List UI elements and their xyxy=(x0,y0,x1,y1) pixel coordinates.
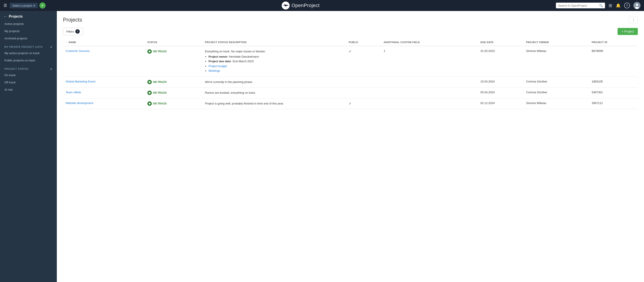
sidebar-section-project-status: PROJECT STATUS ∧ xyxy=(0,64,57,71)
custom-field-cell xyxy=(381,76,478,87)
list-item: Project budget xyxy=(208,64,344,68)
col-name[interactable]: ↕ NAME xyxy=(63,39,145,46)
public-cell: ✓ xyxy=(346,98,381,109)
sidebar: ← Projects Active projects My projects A… xyxy=(0,11,57,282)
checkmark-icon: ✓ xyxy=(349,49,352,53)
col-public: PUBLIC xyxy=(346,39,381,46)
sidebar-section-private-lists: MY PRIVATE PROJECT LISTS ∧ xyxy=(0,42,57,49)
sidebar-item-on-track[interactable]: On track xyxy=(0,71,57,79)
col-custom-field: ADDITIONAL CUSTOM FIELD xyxy=(381,39,478,46)
avatar-image xyxy=(634,2,640,9)
col-status: STATUS xyxy=(145,39,202,46)
description-cell: Project is going well, probably finished… xyxy=(202,98,346,109)
private-lists-label: MY PRIVATE PROJECT LISTS xyxy=(4,45,43,48)
col-project-id: PROJECT ID xyxy=(589,39,638,46)
chevron-down-icon: ▾ xyxy=(34,4,35,7)
project-link-team-offsite[interactable]: Team offsite xyxy=(66,91,81,94)
filter-count-badge: 3 xyxy=(75,29,80,34)
public-cell xyxy=(346,76,381,87)
checkmark-icon: ✓ xyxy=(349,102,352,105)
due-date-cell: 31.03.2023 xyxy=(478,46,524,76)
search-input[interactable] xyxy=(558,4,598,7)
nav-icons: ⊞ 🔔 ? xyxy=(608,2,640,9)
top-navigation: ☰ Select a project ▾ + OpenProject 🔍 ⊞ 🔔… xyxy=(0,0,644,11)
project-selector-label: Select a project xyxy=(12,4,32,7)
search-box[interactable]: 🔍 xyxy=(556,3,605,8)
status-circle xyxy=(147,49,152,54)
list-item: Project due date: 31st March 2023 xyxy=(208,59,344,64)
sidebar-item-my-active-on-track[interactable]: My active projects on track xyxy=(0,49,57,57)
owner-cell: Simone Wibeau xyxy=(524,98,589,109)
toolbar: Filters 3 + Project xyxy=(63,28,638,35)
status-badge-customer-success: ON TRACK xyxy=(147,49,167,54)
col-description: PROJECT STATUS DESCRIPTION xyxy=(202,39,346,46)
due-date-cell: 02.12.2024 xyxy=(478,98,524,109)
back-arrow-icon[interactable]: ← xyxy=(4,14,7,18)
collapse-icon-2[interactable]: ∧ xyxy=(50,67,52,71)
custom-field-cell: 1 xyxy=(381,46,478,76)
col-owner: PROJECT OWNER xyxy=(524,39,589,46)
status-circle xyxy=(147,91,152,95)
status-badge-global-marketing: ON TRACK xyxy=(147,80,167,84)
sidebar-item-at-risk[interactable]: At risk xyxy=(0,86,57,93)
owner-cell: Simone Wibeau xyxy=(524,46,589,76)
project-link-website-dev[interactable]: Website development xyxy=(66,101,93,105)
list-item: Project owner: Henriette Danckelmann xyxy=(208,54,344,59)
svg-point-1 xyxy=(285,4,286,6)
search-icon: 🔍 xyxy=(599,4,603,7)
table-row: Global Marketing Event ON TRACK We're cu… xyxy=(63,76,638,87)
hamburger-menu[interactable]: ☰ xyxy=(4,3,7,8)
table-body: Customer Success ON TRACK Everything on … xyxy=(63,46,638,109)
main-content: Projects ⋮ Filters 3 + Project ↕ NAME ST… xyxy=(57,11,644,282)
sort-icon: ↕ xyxy=(66,41,67,43)
description-text: Project is going well, probably finished… xyxy=(205,102,284,105)
collapse-icon[interactable]: ∧ xyxy=(50,45,52,49)
description-text: Rooms are booked, everything on track. xyxy=(205,91,256,94)
svg-point-3 xyxy=(636,4,638,6)
notifications-icon[interactable]: 🔔 xyxy=(616,3,621,8)
add-project-quick-btn[interactable]: + xyxy=(40,2,46,8)
project-link-customer-success[interactable]: Customer Success xyxy=(66,49,90,52)
table-header: ↕ NAME STATUS PROJECT STATUS DESCRIPTION… xyxy=(63,39,638,46)
project-selector[interactable]: Select a project ▾ xyxy=(10,3,38,8)
project-status-label: PROJECT STATUS xyxy=(4,67,28,70)
sidebar-item-my-projects[interactable]: My projects xyxy=(0,27,57,35)
sidebar-header: ← Projects xyxy=(0,11,57,20)
owner-cell: Corinna Günther xyxy=(524,76,589,87)
app-logo: OpenProject xyxy=(46,1,556,9)
col-due-date: DUE DATE xyxy=(478,39,524,46)
page-title: Projects xyxy=(63,17,82,23)
app-name: OpenProject xyxy=(292,3,320,8)
filter-label: Filters xyxy=(66,30,74,33)
sidebar-item-active-projects[interactable]: Active projects xyxy=(0,20,57,27)
status-circle xyxy=(147,101,152,106)
logo-icon xyxy=(282,1,290,9)
help-icon[interactable]: ? xyxy=(624,3,630,8)
table-row: Website development ON TRACK Project is … xyxy=(63,98,638,109)
add-project-button[interactable]: + Project xyxy=(618,28,638,35)
desc-link[interactable]: Project budget xyxy=(208,64,227,68)
project-id-cell: 3567112 xyxy=(589,98,638,109)
status-circle xyxy=(147,80,152,84)
sidebar-item-off-track[interactable]: Off track xyxy=(0,79,57,86)
sidebar-title: Projects xyxy=(9,14,23,18)
project-id-cell: 5467301 xyxy=(589,87,638,98)
description-cell: Rooms are booked, everything on track. xyxy=(202,87,346,98)
public-cell xyxy=(346,87,381,98)
table-row: Team offsite ON TRACK Rooms are booked, … xyxy=(63,87,638,98)
grid-icon[interactable]: ⊞ xyxy=(608,3,612,8)
due-date-cell: 05.04.2024 xyxy=(478,87,524,98)
due-date-cell: 15.03.2024 xyxy=(478,76,524,87)
public-cell: ✓ xyxy=(346,46,381,76)
project-link-global-marketing[interactable]: Global Marketing Event xyxy=(66,80,95,83)
custom-field-cell xyxy=(381,98,478,109)
description-text: Everything on track. No major issues or … xyxy=(205,50,266,53)
sidebar-item-archived-projects[interactable]: Archived projects xyxy=(0,35,57,42)
filter-button[interactable]: Filters 3 xyxy=(63,28,83,35)
status-badge-website-dev: ON TRACK xyxy=(147,101,167,106)
owner-cell: Corinna Günther xyxy=(524,87,589,98)
desc-link[interactable]: Meetings xyxy=(208,69,220,72)
user-avatar[interactable] xyxy=(634,2,640,9)
sidebar-item-public-on-track[interactable]: Public projects on track xyxy=(0,57,57,64)
kebab-menu-btn[interactable]: ⋮ xyxy=(629,16,638,23)
